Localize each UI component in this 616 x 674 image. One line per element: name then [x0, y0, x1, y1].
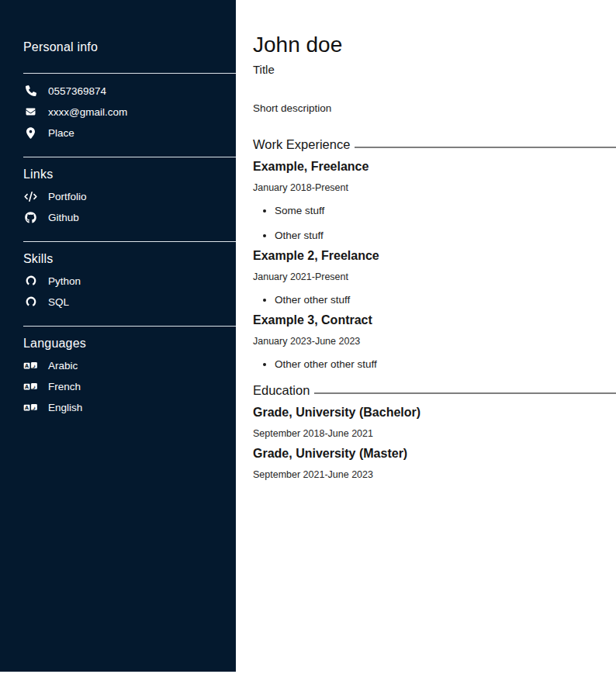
email-value: xxxx@gmail.com: [48, 106, 127, 118]
portfolio-label: Portfolio: [48, 191, 87, 202]
person-name: John doe: [253, 33, 616, 57]
bullet-item: Other stuff: [275, 230, 616, 241]
education-entry: Grade, University (Master) September 202…: [253, 447, 616, 480]
education-section-heading: Education: [253, 383, 616, 398]
svg-text:ز: ز: [32, 404, 36, 410]
place-value: Place: [48, 127, 74, 139]
links-list: Portfolio Github: [23, 188, 236, 225]
links-heading: Links: [23, 168, 236, 181]
divider: [23, 326, 236, 327]
personal-info-list: 0557369874 xxxx@gmail.com Place: [23, 83, 236, 140]
github-link[interactable]: Github: [23, 209, 236, 225]
languages-heading: Languages: [23, 337, 236, 351]
svg-text:A: A: [25, 405, 29, 411]
skills-list: Python SQL: [23, 273, 236, 309]
language-icon: Aز: [23, 361, 38, 371]
section-title: Work Experience: [253, 137, 350, 152]
education-entry: Grade, University (Bachelor) September 2…: [253, 406, 616, 439]
entry-bullets: Other other other stuff: [253, 358, 616, 370]
svg-text:ز: ز: [32, 362, 36, 368]
language-item: Aز Arabic: [23, 358, 236, 373]
svg-text:A: A: [25, 363, 29, 369]
experience-entry: Example, Freelance January 2018-Present …: [253, 160, 616, 241]
phone-value: 0557369874: [48, 85, 106, 97]
language-label: Arabic: [48, 360, 78, 372]
place-item: Place: [23, 125, 236, 140]
entry-dates: September 2018-June 2021: [253, 428, 616, 439]
entry-role: Example, Freelance: [253, 160, 616, 174]
entry-role: Example 3, Contract: [253, 313, 616, 327]
language-icon: Aز: [23, 382, 38, 392]
bullet-item: Other other other stuff: [275, 358, 616, 370]
circle-notch-icon: [23, 275, 38, 286]
svg-text:ز: ز: [32, 383, 36, 389]
sidebar: Personal info 0557369874 xxxx@gmail.com …: [0, 0, 236, 672]
entry-dates: January 2018-Present: [253, 182, 616, 193]
skills-heading: Skills: [23, 252, 236, 266]
entry-dates: January 2023-June 2023: [253, 336, 616, 347]
bullet-item: Other other stuff: [275, 294, 616, 306]
section-rule: [355, 147, 616, 148]
skill-item: Python: [23, 273, 236, 289]
bullet-item: Some stuff: [275, 205, 616, 216]
language-item: Aز English: [23, 399, 236, 415]
skill-label: SQL: [48, 296, 69, 308]
envelope-icon: [23, 107, 38, 116]
language-label: English: [48, 402, 82, 413]
github-label: Github: [48, 212, 79, 223]
languages-list: Aز Arabic Aز French Aز English: [23, 358, 236, 415]
language-label: French: [48, 381, 81, 392]
github-icon: [23, 212, 38, 223]
svg-text:A: A: [25, 384, 29, 390]
divider: [23, 73, 236, 74]
experience-entry: Example 3, Contract January 2023-June 20…: [253, 313, 616, 370]
entry-role: Grade, University (Bachelor): [253, 406, 616, 420]
entry-dates: January 2021-Present: [253, 271, 616, 282]
entry-role: Grade, University (Master): [253, 447, 616, 461]
circle-notch-icon: [23, 296, 38, 307]
experience-entry: Example 2, Freelance January 2021-Presen…: [253, 249, 616, 306]
short-description: Short description: [253, 102, 616, 114]
phone-icon: [23, 85, 38, 96]
resume-body: John doe Title Short description Work Ex…: [236, 0, 616, 674]
work-experience-section-heading: Work Experience: [253, 137, 616, 152]
skill-item: SQL: [23, 294, 236, 309]
person-title: Title: [253, 63, 616, 76]
code-icon: [23, 192, 38, 202]
entry-dates: September 2021-June 2023: [253, 469, 616, 480]
language-icon: Aز: [23, 403, 38, 413]
email-item[interactable]: xxxx@gmail.com: [23, 104, 236, 119]
phone-item: 0557369874: [23, 83, 236, 99]
location-pin-icon: [23, 127, 38, 139]
entry-role: Example 2, Freelance: [253, 249, 616, 263]
entry-bullets: Other other stuff: [253, 294, 616, 306]
section-rule: [314, 392, 616, 394]
language-item: Aز French: [23, 378, 236, 394]
portfolio-link[interactable]: Portfolio: [23, 188, 236, 204]
personal-info-heading: Personal info: [23, 40, 236, 54]
divider: [23, 241, 236, 242]
entry-bullets: Some stuff Other stuff: [253, 205, 616, 241]
divider: [23, 157, 236, 157]
skill-label: Python: [48, 275, 81, 287]
section-title: Education: [253, 383, 310, 398]
